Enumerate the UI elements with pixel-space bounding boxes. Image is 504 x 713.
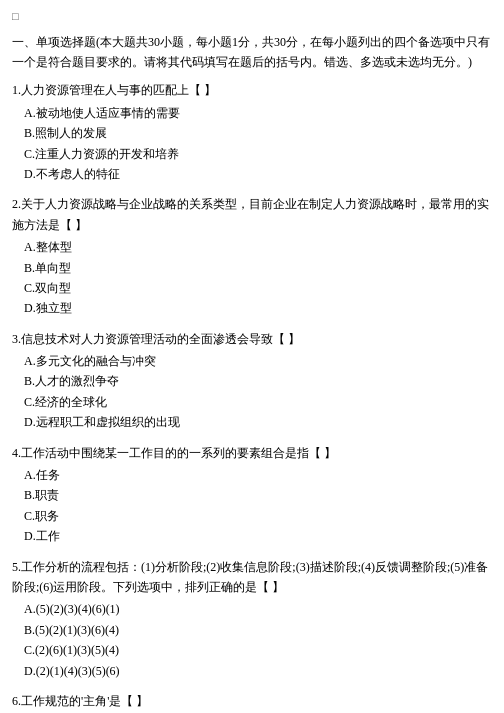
- question-3-option-3: C.经济的全球化: [12, 392, 492, 412]
- question-1-text: 1.人力资源管理在人与事的匹配上【 】: [12, 80, 492, 100]
- question-5-text: 5.工作分析的流程包括：(1)分析阶段;(2)收集信息阶段;(3)描述阶段;(4…: [12, 557, 492, 598]
- question-1-option-3: C.注重人力资源的开发和培养: [12, 144, 492, 164]
- question-3-option-1: A.多元文化的融合与冲突: [12, 351, 492, 371]
- question-2-option-2: B.单向型: [12, 258, 492, 278]
- question-4-option-2: B.职责: [12, 485, 492, 505]
- question-2-option-4: D.独立型: [12, 298, 492, 318]
- question-5-option-1: A.(5)(2)(3)(4)(6)(1): [12, 599, 492, 619]
- question-5-option-4: D.(2)(1)(4)(3)(5)(6): [12, 661, 492, 681]
- question-6: 6.工作规范的'主角'是【 】A.组织B.工作C.员工D.环境: [12, 691, 492, 713]
- question-3-option-2: B.人才的激烈争夺: [12, 371, 492, 391]
- question-4: 4.工作活动中围绕某一工作目的的一系列的要素组合是指【 】A.任务B.职责C.职…: [12, 443, 492, 547]
- question-4-option-1: A.任务: [12, 465, 492, 485]
- question-1-option-2: B.照制人的发展: [12, 123, 492, 143]
- question-1-option-4: D.不考虑人的特征: [12, 164, 492, 184]
- question-2-text: 2.关于人力资源战略与企业战略的关系类型，目前企业在制定人力资源战略时，最常用的…: [12, 194, 492, 235]
- question-1-option-1: A.被动地使人适应事情的需要: [12, 103, 492, 123]
- question-4-option-3: C.职务: [12, 506, 492, 526]
- question-4-text: 4.工作活动中围绕某一工作目的的一系列的要素组合是指【 】: [12, 443, 492, 463]
- question-3-option-4: D.远程职工和虚拟组织的出现: [12, 412, 492, 432]
- question-5: 5.工作分析的流程包括：(1)分析阶段;(2)收集信息阶段;(3)描述阶段;(4…: [12, 557, 492, 681]
- instructions-text: 一、单项选择题(本大题共30小题，每小题1分，共30分，在每小题列出的四个备选项…: [12, 32, 492, 73]
- question-3: 3.信息技术对人力资源管理活动的全面渗透会导致【 】A.多元文化的融合与冲突B.…: [12, 329, 492, 433]
- question-2: 2.关于人力资源战略与企业战略的关系类型，目前企业在制定人力资源战略时，最常用的…: [12, 194, 492, 318]
- question-1: 1.人力资源管理在人与事的匹配上【 】A.被动地使人适应事情的需要B.照制人的发…: [12, 80, 492, 184]
- question-6-text: 6.工作规范的'主角'是【 】: [12, 691, 492, 711]
- question-5-option-2: B.(5)(2)(1)(3)(6)(4): [12, 620, 492, 640]
- header-label: □: [12, 8, 492, 26]
- question-3-text: 3.信息技术对人力资源管理活动的全面渗透会导致【 】: [12, 329, 492, 349]
- question-4-option-4: D.工作: [12, 526, 492, 546]
- question-2-option-1: A.整体型: [12, 237, 492, 257]
- question-2-option-3: C.双向型: [12, 278, 492, 298]
- question-5-option-3: C.(2)(6)(1)(3)(5)(4): [12, 640, 492, 660]
